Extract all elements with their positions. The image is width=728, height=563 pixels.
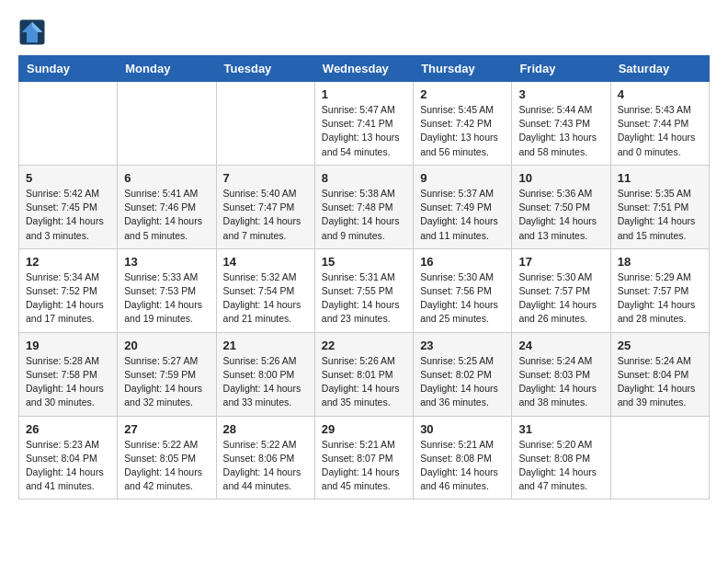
calendar-cell: 10Sunrise: 5:36 AM Sunset: 7:50 PM Dayli… [512,165,610,248]
calendar-cell: 15Sunrise: 5:31 AM Sunset: 7:55 PM Dayli… [314,248,413,332]
day-number: 24 [518,339,603,352]
day-number: 14 [223,255,308,269]
col-header-sunday: Sunday [19,56,118,82]
calendar-cell: 12Sunrise: 5:34 AM Sunset: 7:52 PM Dayli… [19,248,118,332]
day-number: 7 [223,171,308,185]
day-number: 27 [124,422,209,436]
day-number: 10 [518,171,603,185]
calendar-cell: 7Sunrise: 5:40 AM Sunset: 7:47 PM Daylig… [216,165,314,248]
day-number: 5 [26,171,110,185]
day-info: Sunrise: 5:26 AM Sunset: 8:01 PM Dayligh… [322,354,406,410]
day-info: Sunrise: 5:43 AM Sunset: 7:44 PM Dayligh… [618,103,702,159]
calendar-cell: 19Sunrise: 5:28 AM Sunset: 7:58 PM Dayli… [19,332,118,416]
calendar-cell: 22Sunrise: 5:26 AM Sunset: 8:01 PM Dayli… [314,332,413,416]
day-info: Sunrise: 5:23 AM Sunset: 8:04 PM Dayligh… [26,438,110,494]
day-info: Sunrise: 5:24 AM Sunset: 8:04 PM Dayligh… [618,354,702,410]
day-number: 2 [420,87,505,101]
calendar-table: SundayMondayTuesdayWednesdayThursdayFrid… [18,55,710,500]
day-number: 26 [26,422,110,436]
day-number: 8 [322,171,406,185]
day-info: Sunrise: 5:34 AM Sunset: 7:52 PM Dayligh… [26,270,110,327]
day-info: Sunrise: 5:22 AM Sunset: 8:05 PM Dayligh… [124,438,209,494]
day-info: Sunrise: 5:30 AM Sunset: 7:57 PM Dayligh… [518,270,603,327]
day-info: Sunrise: 5:24 AM Sunset: 8:03 PM Dayligh… [518,354,603,410]
calendar-cell: 9Sunrise: 5:37 AM Sunset: 7:49 PM Daylig… [414,165,512,248]
col-header-tuesday: Tuesday [216,56,314,82]
calendar-cell: 4Sunrise: 5:43 AM Sunset: 7:44 PM Daylig… [610,82,709,166]
day-info: Sunrise: 5:32 AM Sunset: 7:54 PM Dayligh… [223,270,308,327]
day-info: Sunrise: 5:31 AM Sunset: 7:55 PM Dayligh… [322,270,406,327]
day-info: Sunrise: 5:37 AM Sunset: 7:49 PM Dayligh… [420,187,505,243]
calendar-cell: 27Sunrise: 5:22 AM Sunset: 8:05 PM Dayli… [118,416,216,500]
day-number: 6 [124,171,209,185]
calendar-cell: 1Sunrise: 5:47 AM Sunset: 7:41 PM Daylig… [314,82,413,166]
day-number: 4 [618,87,702,101]
day-info: Sunrise: 5:42 AM Sunset: 7:45 PM Dayligh… [26,187,110,243]
col-header-friday: Friday [512,56,610,82]
calendar-cell [118,82,216,166]
calendar-cell: 16Sunrise: 5:30 AM Sunset: 7:56 PM Dayli… [414,248,512,332]
day-number: 23 [420,339,505,352]
calendar-cell: 23Sunrise: 5:25 AM Sunset: 8:02 PM Dayli… [414,332,512,416]
calendar-cell: 2Sunrise: 5:45 AM Sunset: 7:42 PM Daylig… [414,82,512,166]
calendar-cell: 18Sunrise: 5:29 AM Sunset: 7:57 PM Dayli… [610,248,709,332]
day-number: 18 [618,255,702,269]
logo-icon [18,18,46,46]
calendar-cell: 20Sunrise: 5:27 AM Sunset: 7:59 PM Dayli… [118,332,216,416]
day-info: Sunrise: 5:29 AM Sunset: 7:57 PM Dayligh… [618,270,702,327]
day-info: Sunrise: 5:41 AM Sunset: 7:46 PM Dayligh… [124,187,209,243]
day-info: Sunrise: 5:36 AM Sunset: 7:50 PM Dayligh… [518,187,603,243]
calendar-week-4: 19Sunrise: 5:28 AM Sunset: 7:58 PM Dayli… [19,332,710,416]
day-number: 17 [518,255,603,269]
calendar-cell: 26Sunrise: 5:23 AM Sunset: 8:04 PM Dayli… [19,416,118,500]
calendar-cell: 3Sunrise: 5:44 AM Sunset: 7:43 PM Daylig… [512,82,610,166]
calendar-header-row: SundayMondayTuesdayWednesdayThursdayFrid… [19,56,710,82]
day-number: 15 [322,255,406,269]
calendar-cell: 11Sunrise: 5:35 AM Sunset: 7:51 PM Dayli… [610,165,709,248]
day-info: Sunrise: 5:45 AM Sunset: 7:42 PM Dayligh… [420,103,505,159]
page-header [18,18,710,46]
calendar-cell: 31Sunrise: 5:20 AM Sunset: 8:08 PM Dayli… [512,416,610,500]
calendar-cell: 5Sunrise: 5:42 AM Sunset: 7:45 PM Daylig… [19,165,118,248]
calendar-cell [610,416,709,500]
day-number: 3 [518,87,603,101]
col-header-saturday: Saturday [610,56,709,82]
calendar-cell: 24Sunrise: 5:24 AM Sunset: 8:03 PM Dayli… [512,332,610,416]
day-number: 11 [618,171,702,185]
day-info: Sunrise: 5:38 AM Sunset: 7:48 PM Dayligh… [322,187,406,243]
day-info: Sunrise: 5:21 AM Sunset: 8:08 PM Dayligh… [420,438,505,494]
day-info: Sunrise: 5:26 AM Sunset: 8:00 PM Dayligh… [223,354,308,410]
day-info: Sunrise: 5:30 AM Sunset: 7:56 PM Dayligh… [420,270,505,327]
day-info: Sunrise: 5:25 AM Sunset: 8:02 PM Dayligh… [420,354,505,410]
day-info: Sunrise: 5:21 AM Sunset: 8:07 PM Dayligh… [322,438,406,494]
day-info: Sunrise: 5:22 AM Sunset: 8:06 PM Dayligh… [223,438,308,494]
day-number: 16 [420,255,505,269]
calendar-cell: 25Sunrise: 5:24 AM Sunset: 8:04 PM Dayli… [610,332,709,416]
day-number: 29 [322,422,406,436]
calendar-cell: 21Sunrise: 5:26 AM Sunset: 8:00 PM Dayli… [216,332,314,416]
calendar-cell: 28Sunrise: 5:22 AM Sunset: 8:06 PM Dayli… [216,416,314,500]
day-number: 12 [26,255,110,269]
calendar-week-1: 1Sunrise: 5:47 AM Sunset: 7:41 PM Daylig… [19,82,710,166]
day-info: Sunrise: 5:44 AM Sunset: 7:43 PM Dayligh… [518,103,603,159]
day-info: Sunrise: 5:33 AM Sunset: 7:53 PM Dayligh… [124,270,209,327]
day-number: 21 [223,339,308,352]
day-info: Sunrise: 5:28 AM Sunset: 7:58 PM Dayligh… [26,354,110,410]
day-info: Sunrise: 5:40 AM Sunset: 7:47 PM Dayligh… [223,187,308,243]
day-number: 19 [26,339,110,352]
day-number: 22 [322,339,406,352]
logo [18,18,48,46]
calendar-cell: 8Sunrise: 5:38 AM Sunset: 7:48 PM Daylig… [314,165,413,248]
day-number: 20 [124,339,209,352]
calendar-cell: 13Sunrise: 5:33 AM Sunset: 7:53 PM Dayli… [118,248,216,332]
col-header-thursday: Thursday [414,56,512,82]
calendar-cell: 6Sunrise: 5:41 AM Sunset: 7:46 PM Daylig… [118,165,216,248]
calendar-cell: 30Sunrise: 5:21 AM Sunset: 8:08 PM Dayli… [414,416,512,500]
day-info: Sunrise: 5:47 AM Sunset: 7:41 PM Dayligh… [322,103,406,159]
day-number: 31 [518,422,603,436]
day-info: Sunrise: 5:20 AM Sunset: 8:08 PM Dayligh… [518,438,603,494]
day-number: 30 [420,422,505,436]
col-header-wednesday: Wednesday [314,56,413,82]
day-number: 1 [322,87,406,101]
day-info: Sunrise: 5:27 AM Sunset: 7:59 PM Dayligh… [124,354,209,410]
